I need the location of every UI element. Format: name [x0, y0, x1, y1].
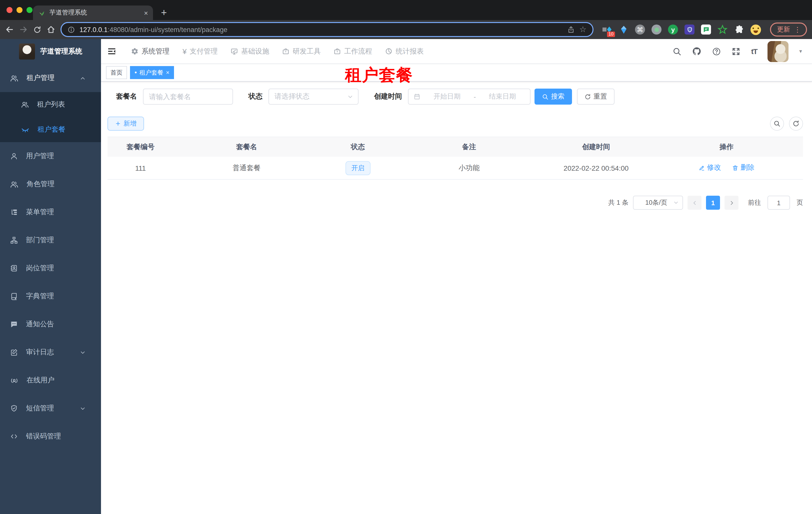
prev-page-button[interactable] — [688, 196, 701, 210]
sidebar-fold-icon[interactable] — [107, 47, 116, 56]
edit-link[interactable]: 修改 — [698, 163, 721, 172]
tag-home[interactable]: 首页 — [106, 66, 127, 79]
pencil-icon — [698, 165, 705, 171]
table-search-toggle-button[interactable] — [770, 117, 784, 131]
window-zoom-button[interactable] — [27, 7, 32, 13]
tab-close-icon[interactable]: × — [144, 9, 148, 16]
page-size-select[interactable]: 10条/页 — [633, 196, 683, 210]
status-select[interactable]: 请选择状态 — [268, 88, 358, 105]
sidebar-item-menu-management[interactable]: 菜单管理 — [0, 198, 101, 226]
code-icon — [10, 432, 18, 440]
window-minimize-button[interactable] — [17, 7, 23, 13]
tag-tenant-package[interactable]: ● 租户套餐 × — [130, 66, 174, 79]
sidebar-item-user-management[interactable]: 用户管理 — [0, 142, 101, 170]
topnav-label: 工作流程 — [344, 47, 372, 56]
people-icon — [10, 74, 19, 82]
delete-link-label: 删除 — [741, 163, 754, 172]
sidebar-item-error-code[interactable]: 错误码管理 — [0, 423, 101, 451]
package-name-input[interactable] — [143, 88, 233, 105]
topnav-item-infrastructure[interactable]: 基础设施 — [224, 47, 276, 56]
dictionary-icon — [10, 292, 18, 300]
home-icon[interactable] — [47, 25, 56, 34]
sidebar-item-role-management[interactable]: 角色管理 — [0, 170, 101, 198]
topnav-label: 基础设施 — [241, 47, 269, 56]
sidebar-item-sms-management[interactable]: 短信管理 — [0, 395, 101, 423]
app-navbar: 系统管理 ¥ 支付管理 基础设施 研发工具 — [101, 39, 812, 64]
sidebar-item-notice[interactable]: 通知公告 — [0, 310, 101, 338]
extension-y-icon[interactable]: y — [667, 24, 678, 35]
site-info-icon[interactable] — [67, 26, 75, 33]
sidebar-item-online-users[interactable]: 在线用户 — [0, 367, 101, 395]
package-table: 套餐编号 套餐名 状态 备注 创建时间 操作 111 普通套餐 开启 小功能 — [108, 137, 803, 180]
topnav-item-payment[interactable]: ¥ 支付管理 — [176, 47, 224, 56]
table-row[interactable]: 111 普通套餐 开启 小功能 2022-02-22 00:54:00 修改 — [108, 157, 803, 180]
date-range-picker[interactable]: 开始日期 - 结束日期 — [408, 88, 530, 105]
header-search-icon[interactable] — [673, 47, 682, 56]
user-avatar[interactable] — [768, 41, 789, 62]
online-user-icon — [10, 376, 19, 385]
add-button[interactable]: 新增 — [108, 117, 144, 131]
avatar-caret-icon[interactable]: ▾ — [799, 48, 802, 55]
back-icon[interactable] — [5, 25, 14, 34]
delete-link[interactable]: 删除 — [732, 163, 754, 172]
browser-update-button[interactable]: 更新 ⋮ — [770, 23, 807, 36]
sidebar-item-tenant-package[interactable]: 租户套餐 — [0, 117, 101, 142]
new-tab-button[interactable]: + — [161, 7, 167, 18]
sidebar-item-dict-management[interactable]: 字典管理 — [0, 282, 101, 310]
extension-gem-icon[interactable] — [618, 24, 629, 35]
tree-table-icon — [10, 208, 18, 216]
extension-dot-circle-icon[interactable] — [651, 24, 662, 35]
screen: 芋道管理系统 × + 127.0.0.1:48080/admin-ui/syst… — [0, 0, 812, 514]
goto-page-input[interactable] — [767, 196, 790, 210]
font-size-icon[interactable]: tT — [751, 47, 757, 56]
extension-star-icon[interactable] — [717, 24, 728, 35]
extension-grid-icon[interactable]: 10 — [602, 24, 612, 35]
extension-chat-icon[interactable] — [700, 24, 712, 35]
extension-emoji-icon[interactable] — [750, 24, 761, 35]
topnav-item-workflow[interactable]: 工作流程 — [327, 47, 379, 56]
search-button[interactable]: 搜索 — [534, 88, 572, 105]
tag-close-icon[interactable]: × — [166, 70, 170, 76]
sidebar-item-tenant-management[interactable]: 租户管理 — [0, 64, 101, 92]
window-close-button[interactable] — [6, 7, 12, 13]
sidebar-item-post-management[interactable]: 岗位管理 — [0, 254, 101, 282]
page-size-value: 10条/页 — [639, 198, 673, 207]
reset-button-label: 重置 — [593, 92, 607, 101]
sidebar-logo[interactable]: 芋道管理系统 — [0, 39, 101, 64]
reset-button[interactable]: 重置 — [577, 88, 614, 105]
sidebar-item-dept-management[interactable]: 部门管理 — [0, 226, 101, 254]
extension-puzzle-icon[interactable] — [733, 24, 745, 35]
logo-image — [19, 44, 35, 59]
github-icon[interactable] — [692, 47, 702, 56]
table-refresh-button[interactable] — [789, 117, 803, 131]
topnav-item-system[interactable]: 系统管理 — [124, 47, 176, 56]
extension-command-icon[interactable]: ⌘ — [635, 24, 645, 35]
page-number-button[interactable]: 1 — [706, 196, 720, 210]
address-bar[interactable]: 127.0.0.1:48080/admin-ui/system/tenant/p… — [60, 22, 593, 37]
fullscreen-icon[interactable] — [732, 47, 741, 56]
chevron-down-icon — [347, 93, 353, 100]
extension-shield-icon[interactable] — [684, 24, 695, 35]
search-icon — [542, 93, 549, 100]
page-suffix-label: 页 — [796, 198, 803, 207]
reload-icon[interactable] — [33, 25, 41, 34]
browser-tab[interactable]: 芋道管理系统 × — [33, 5, 153, 20]
cell-actions: 修改 删除 — [650, 163, 803, 173]
bookmark-star-icon[interactable]: ☆ — [579, 26, 586, 33]
column-header: 创建时间 — [542, 142, 650, 152]
sidebar-item-tenant-list[interactable]: 租户列表 — [0, 92, 101, 117]
sidebar-item-label: 岗位管理 — [26, 264, 94, 273]
help-icon[interactable] — [712, 47, 721, 56]
calendar-icon — [413, 93, 420, 100]
dashboard-icon — [385, 48, 393, 55]
next-page-button[interactable] — [725, 196, 738, 210]
chevron-left-icon — [691, 199, 698, 206]
sidebar-item-audit-log[interactable]: 审计日志 — [0, 338, 101, 367]
sidebar-item-label: 部门管理 — [26, 236, 94, 245]
topnav-item-reports[interactable]: 统计报表 — [379, 47, 430, 56]
forward-icon[interactable] — [19, 25, 28, 34]
topnav-item-dev-tools[interactable]: 研发工具 — [276, 47, 327, 56]
edit-link-label: 修改 — [707, 163, 721, 172]
browser-menu-kebab-icon[interactable]: ⋮ — [794, 26, 801, 33]
share-icon[interactable] — [567, 26, 575, 33]
